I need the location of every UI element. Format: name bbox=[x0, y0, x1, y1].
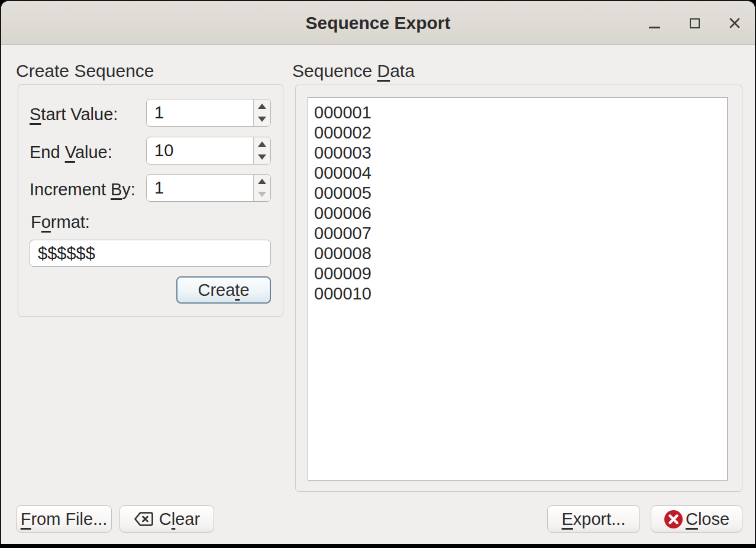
start-spin-down-button[interactable] bbox=[254, 113, 270, 127]
sequence-data-list-content: 000001 000002 000003 000004 000005 00000… bbox=[308, 98, 727, 304]
start-value-field[interactable]: 1 bbox=[147, 99, 253, 126]
sequence-data-group-label: Sequence Data bbox=[292, 61, 415, 81]
arrow-down-icon bbox=[258, 192, 266, 197]
list-item: 000005 bbox=[314, 183, 727, 203]
increment-by-label: Increment By: bbox=[30, 180, 135, 199]
sequence-export-dialog: Sequence Export Create Sequence Start Va… bbox=[0, 0, 756, 544]
list-item: 000010 bbox=[314, 283, 727, 304]
close-circle-icon bbox=[664, 510, 683, 529]
create-sequence-group-label: Create Sequence bbox=[16, 61, 154, 81]
list-item: 000002 bbox=[314, 123, 727, 143]
maximize-button[interactable] bbox=[680, 1, 709, 45]
arrow-down-icon bbox=[258, 117, 266, 122]
minimize-icon bbox=[649, 27, 660, 28]
start-spin-up-button[interactable] bbox=[254, 99, 270, 113]
minimize-button[interactable] bbox=[640, 1, 668, 45]
format-label: Format: bbox=[31, 212, 90, 232]
list-item: 000004 bbox=[314, 163, 727, 183]
increment-by-field[interactable]: 1 bbox=[147, 175, 253, 201]
backspace-icon bbox=[134, 511, 154, 527]
end-value-spin-buttons bbox=[253, 137, 270, 164]
arrow-down-icon bbox=[258, 154, 266, 160]
window-close-button[interactable] bbox=[721, 1, 749, 45]
list-item: 000003 bbox=[314, 143, 727, 163]
increment-spin-up-button[interactable] bbox=[254, 175, 270, 188]
list-item: 000001 bbox=[314, 102, 727, 123]
list-item: 000009 bbox=[314, 263, 727, 283]
end-value-spinner[interactable]: 10 bbox=[146, 137, 271, 165]
close-button[interactable]: Close bbox=[651, 505, 742, 533]
sequence-data-list[interactable]: 000001 000002 000003 000004 000005 00000… bbox=[308, 97, 728, 481]
start-value-spinner[interactable]: 1 bbox=[146, 99, 271, 127]
end-spin-down-button[interactable] bbox=[254, 151, 270, 165]
end-value-label: End Value: bbox=[30, 143, 112, 162]
list-item: 000006 bbox=[314, 203, 727, 223]
titlebar[interactable]: Sequence Export bbox=[1, 1, 755, 45]
increment-spin-down-button[interactable] bbox=[254, 188, 270, 202]
close-icon bbox=[728, 17, 741, 30]
clear-button[interactable]: Clear bbox=[119, 505, 214, 533]
maximize-icon bbox=[690, 18, 700, 28]
arrow-up-icon bbox=[258, 179, 266, 184]
increment-by-spinner[interactable]: 1 bbox=[146, 174, 271, 202]
export-button[interactable]: Export... bbox=[547, 505, 640, 533]
create-button[interactable]: Create bbox=[176, 276, 271, 304]
arrow-up-icon bbox=[258, 104, 266, 109]
start-value-spin-buttons bbox=[253, 99, 270, 126]
list-item: 000007 bbox=[314, 223, 727, 243]
from-file-button[interactable]: From File... bbox=[16, 505, 112, 533]
start-value-label: Start Value: bbox=[30, 105, 118, 124]
end-value-field[interactable]: 10 bbox=[147, 137, 253, 164]
increment-spin-buttons bbox=[253, 175, 270, 201]
format-input[interactable] bbox=[30, 240, 271, 267]
end-spin-up-button[interactable] bbox=[254, 137, 270, 151]
list-item: 000008 bbox=[314, 243, 727, 263]
arrow-up-icon bbox=[258, 141, 266, 147]
